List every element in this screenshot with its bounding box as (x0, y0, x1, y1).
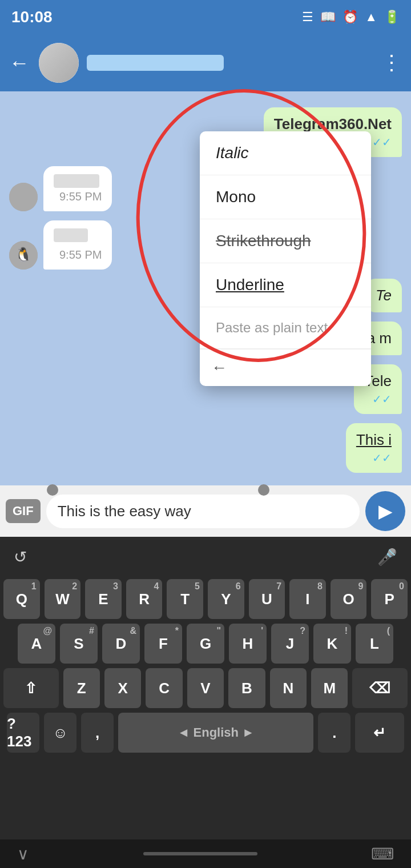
key-U[interactable]: 7U (249, 579, 285, 619)
input-area: GIF This is the easy way ▶ (0, 485, 411, 537)
message-time: 9:55 PM (59, 190, 102, 203)
key-backspace[interactable]: ⌫ (352, 668, 408, 708)
key-period[interactable]: . (318, 713, 350, 753)
send-button[interactable]: ▶ (365, 491, 405, 531)
svg-text:🐧: 🐧 (15, 246, 32, 263)
key-C[interactable]: C (146, 668, 182, 708)
toolbar-info (87, 55, 381, 71)
bubble-text: Telegram360.Net (274, 115, 392, 133)
battery-icon: 🔋 (384, 10, 400, 25)
avatar-image (39, 43, 79, 83)
chat-bubble: This i ✓✓ (346, 423, 402, 473)
send-icon: ▶ (378, 500, 393, 522)
key-M[interactable]: M (311, 668, 348, 708)
read-receipts: ✓✓ (372, 451, 392, 465)
keyboard-tool-refresh[interactable]: ↺ (14, 548, 27, 566)
key-L[interactable]: (L (356, 624, 393, 664)
back-button[interactable]: ← (9, 51, 30, 75)
message-time: 9:55 PM (59, 248, 102, 262)
context-menu-paste-plain[interactable]: Paste as plain text (200, 307, 371, 349)
key-numbers[interactable]: ?123 (7, 713, 39, 753)
key-G[interactable]: "G (187, 624, 224, 664)
key-W[interactable]: 2W (45, 579, 81, 619)
list-icon: ☰ (302, 10, 313, 25)
key-T[interactable]: 5T (167, 579, 203, 619)
key-K[interactable]: !K (313, 624, 351, 664)
book-icon: 📖 (320, 10, 336, 25)
nav-keyboard-button[interactable]: ⌨ (371, 845, 394, 863)
key-I[interactable]: 8I (289, 579, 326, 619)
bubble-text (54, 228, 88, 242)
context-menu-underline[interactable]: Underline (200, 263, 371, 307)
keyboard-toolbar: ↺ 🎤 (0, 537, 411, 577)
context-menu: Italic Mono Strikethrough Underline Past… (200, 131, 371, 386)
context-menu-mono[interactable]: Mono (200, 175, 371, 219)
bottom-nav-bar: ∨ ⌨ (0, 839, 411, 868)
context-menu-strikethrough[interactable]: Strikethrough (200, 219, 371, 263)
chat-bubble: 9:55 PM (43, 166, 112, 211)
key-R[interactable]: 4R (126, 579, 163, 619)
key-J[interactable]: ?J (271, 624, 309, 664)
key-D[interactable]: &D (102, 624, 140, 664)
key-Y[interactable]: 6Y (208, 579, 244, 619)
status-bar: 10:08 ☰ 📖 ⏰ ▲ 🔋 (0, 0, 411, 34)
key-enter[interactable]: ↵ (355, 713, 404, 753)
key-X[interactable]: X (104, 668, 141, 708)
message-row: This i ✓✓ (0, 419, 411, 477)
read-receipts: ✓✓ (372, 392, 392, 406)
selection-handle-left (47, 484, 58, 496)
keyboard-rows: 1Q 2W 3E 4R 5T 6Y 7U 8I 9O 0P @A #S &D *… (0, 577, 411, 755)
key-comma[interactable]: , (81, 713, 114, 753)
keyboard-row-3: ⇧ Z X C V B N M ⌫ (3, 668, 408, 708)
key-B[interactable]: B (228, 668, 265, 708)
gif-button[interactable]: GIF (6, 499, 41, 523)
read-receipts: ✓✓ (372, 135, 392, 149)
status-icons: ☰ 📖 ⏰ ▲ 🔋 (302, 10, 400, 25)
key-N[interactable]: N (270, 668, 307, 708)
message-input[interactable]: This is the easy way (46, 495, 360, 528)
contact-name (87, 55, 224, 71)
chat-bubble: 9:55 PM (43, 220, 112, 270)
bubble-text: This i (356, 431, 392, 448)
key-shift[interactable]: ⇧ (3, 668, 59, 708)
sender-avatar (9, 183, 38, 211)
context-menu-back-button[interactable]: ← (200, 349, 371, 386)
bubble-text (54, 174, 99, 188)
keyboard-tool-mic[interactable]: 🎤 (377, 548, 397, 566)
alarm-icon: ⏰ (342, 10, 358, 25)
key-P[interactable]: 0P (371, 579, 408, 619)
avatar (39, 43, 79, 83)
key-O[interactable]: 9O (331, 579, 367, 619)
key-S[interactable]: #S (60, 624, 98, 664)
key-Z[interactable]: Z (63, 668, 100, 708)
svg-point-0 (9, 183, 38, 211)
selection-handle-right (258, 484, 269, 496)
bubble-text: Te (376, 287, 392, 304)
key-H[interactable]: 'H (229, 624, 267, 664)
chat-toolbar: ← ⋮ (0, 34, 411, 91)
keyboard-row-2: @A #S &D *F "G 'H ?J !K (L (3, 624, 408, 664)
sender-avatar: 🐧 (9, 241, 38, 270)
key-E[interactable]: 3E (85, 579, 122, 619)
status-time: 10:08 (11, 8, 53, 26)
key-Q[interactable]: 1Q (3, 579, 40, 619)
key-A[interactable]: @A (18, 624, 55, 664)
more-button[interactable]: ⋮ (381, 51, 402, 75)
key-space[interactable]: ◄ English ► (118, 713, 313, 753)
home-indicator (143, 852, 257, 855)
nav-down-button[interactable]: ∨ (17, 845, 29, 863)
context-menu-italic[interactable]: Italic (200, 131, 371, 175)
keyboard: ↺ 🎤 1Q 2W 3E 4R 5T 6Y 7U 8I 9O 0P @A #S … (0, 537, 411, 839)
key-emoji[interactable]: ☺ (44, 713, 76, 753)
wifi-icon: ▲ (365, 10, 377, 25)
key-F[interactable]: *F (144, 624, 182, 664)
keyboard-row-4: ?123 ☺ , ◄ English ► . ↵ (3, 713, 408, 753)
key-V[interactable]: V (187, 668, 224, 708)
keyboard-row-1: 1Q 2W 3E 4R 5T 6Y 7U 8I 9O 0P (3, 579, 408, 619)
